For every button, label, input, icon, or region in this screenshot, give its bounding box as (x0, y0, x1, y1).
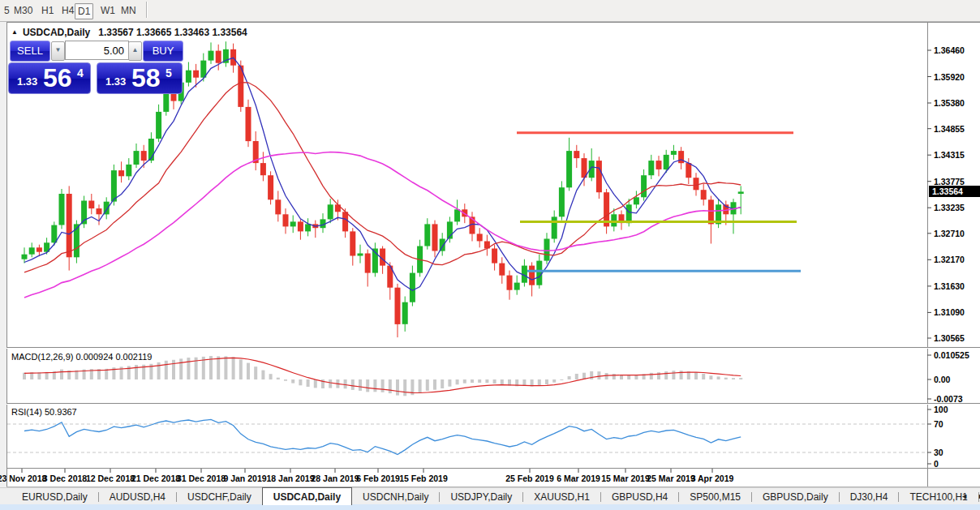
ohlc-values: 1.33567 1.33665 1.33463 1.33564 (98, 27, 247, 38)
time-axis-label: 25 Feb 2019 (505, 474, 554, 483)
sell-button[interactable]: SELL (10, 41, 50, 62)
time-axis-label: 28 Jan 2019 (312, 474, 359, 483)
chart-title: ▲USDCAD,Daily1.33567 1.33665 1.33463 1.3… (11, 27, 247, 38)
timeframe-toolbar: 5M30H1H4D1W1MN (0, 0, 980, 22)
buy-price-pip: 5 (165, 66, 172, 79)
volume-increase-button[interactable]: ▲ (128, 41, 142, 61)
time-axis-label: 21 Dec 2018 (131, 474, 180, 483)
status-strip (0, 504, 980, 510)
toolbar-separator (146, 2, 148, 18)
indicator-axis-label: 30 (934, 448, 943, 457)
indicator-axis-label: 0.010525 (934, 350, 969, 360)
timeframe-button-d1[interactable]: D1 (75, 3, 93, 19)
volume-input[interactable] (65, 41, 129, 60)
price-axis-label: 1.33235 (934, 203, 965, 212)
time-axis-label: 6 Feb 2019 (356, 474, 400, 483)
time-axis-label: 25 Mar 2019 (647, 474, 695, 483)
buy-price-button[interactable]: 1.33 58 5 (97, 62, 183, 94)
timeframe-button-5[interactable]: 5 (2, 3, 12, 18)
chart-tab-usdcnh[interactable]: USDCNH,Daily (352, 488, 439, 505)
indicator-axis-label: 100 (934, 405, 948, 414)
macd-label: MACD(12,26,9) 0.000924 0.002119 (11, 352, 152, 362)
mt4-window: { "toolbar": { "timeframes": [ {"label":… (0, 0, 980, 510)
price-axis-label: 1.30565 (934, 333, 965, 343)
price-axis-label: 1.31630 (934, 281, 965, 291)
volume-decrease-button[interactable]: ▼ (51, 41, 65, 61)
sell-price-button[interactable]: 1.33 56 4 (8, 62, 91, 94)
sell-price-prefix: 1.33 (17, 75, 37, 88)
price-axis-label: 1.32170 (934, 255, 965, 264)
time-axis-label: 15 Mar 2019 (601, 474, 650, 483)
chart-tab-audusd[interactable]: AUDUSD,H4 (99, 488, 176, 505)
price-axis-label: 1.34855 (934, 124, 965, 134)
chevron-down-icon: ▼ (55, 46, 62, 54)
time-axis-label: 9 Jan 2019 (223, 474, 266, 483)
timeframe-button-w1[interactable]: W1 (98, 3, 118, 18)
chart-tab-xauusd[interactable]: XAUUSD,H1 (523, 488, 600, 505)
time-axis-label: 6 Mar 2019 (557, 474, 600, 483)
timeframe-button-m30[interactable]: M30 (11, 3, 35, 18)
chart-tab-eurusd[interactable]: EURUSD,Daily (11, 488, 98, 505)
chart-tab-gbpusd[interactable]: GBPUSD,Daily (752, 488, 839, 505)
time-axis-label: 3 Apr 2019 (691, 474, 734, 483)
indicator-axis-label: 0.00 (934, 375, 950, 384)
time-axis-label: 15 Feb 2019 (399, 474, 448, 483)
time-axis-label: 3 Dec 2018 (43, 474, 87, 483)
chart-tab-usdcad[interactable]: USDCAD,Daily (262, 487, 352, 505)
sell-price-big: 56 (43, 63, 72, 93)
timeframe-button-mn[interactable]: MN (118, 3, 139, 18)
price-axis-label: 1.33775 (934, 177, 965, 186)
collapse-panel-icon[interactable]: ▲ (11, 28, 18, 36)
chart-tab-sp500[interactable]: SP500,M15 (679, 488, 751, 505)
time-axis-label: 12 Dec 2018 (86, 474, 135, 483)
buy-price-prefix: 1.33 (105, 75, 126, 88)
chart-tab-usdjpy[interactable]: USDJPY,Daily (440, 488, 522, 505)
one-click-trade-panel: SELL ▼ ▲ BUY 1.33 56 4 1.33 58 5 (8, 39, 183, 93)
indicator-axis-label: 70 (934, 419, 943, 429)
tab-scroll-right-icon[interactable]: ► (973, 488, 980, 500)
buy-price-big: 58 (131, 63, 161, 93)
rsi-label: RSI(14) 50.9367 (11, 407, 77, 417)
price-axis-label: 1.31090 (934, 307, 965, 317)
time-axis-label: 18 Jan 2019 (267, 474, 315, 483)
price-axis-label: 1.34315 (934, 150, 965, 160)
current-price-tag: 1.33564 (929, 186, 980, 197)
time-axis-label: 31 Dec 2018 (177, 474, 226, 483)
price-axis-label: 1.32710 (934, 229, 965, 238)
price-axis-label: 1.35380 (934, 98, 965, 108)
price-axis-label: 1.36460 (934, 45, 965, 55)
symbol-name: USDCAD,Daily (23, 27, 90, 38)
chevron-up-icon: ▲ (132, 46, 139, 54)
chart-tab-dj30[interactable]: DJ30,H4 (840, 488, 899, 505)
timeframe-button-h1[interactable]: H1 (39, 3, 56, 18)
time-axis-label: 23 Nov 2018 (0, 474, 46, 483)
chart-tab-gbpusd[interactable]: GBPUSD,H4 (601, 488, 678, 505)
indicator-axis-label: 0 (934, 459, 939, 469)
chart-tab-bar: EURUSD,DailyAUDUSD,H4USDCHF,DailyUSDCAD,… (0, 487, 980, 505)
price-axis-label: 1.35920 (934, 72, 965, 82)
sell-price-pip: 4 (77, 66, 84, 79)
tab-scroll-left-icon[interactable]: ◄ (956, 488, 973, 500)
indicator-axis-label: -0.0073 (934, 394, 963, 404)
chart-tab-usdchf[interactable]: USDCHF,Daily (177, 488, 262, 505)
buy-button[interactable]: BUY (143, 41, 183, 62)
